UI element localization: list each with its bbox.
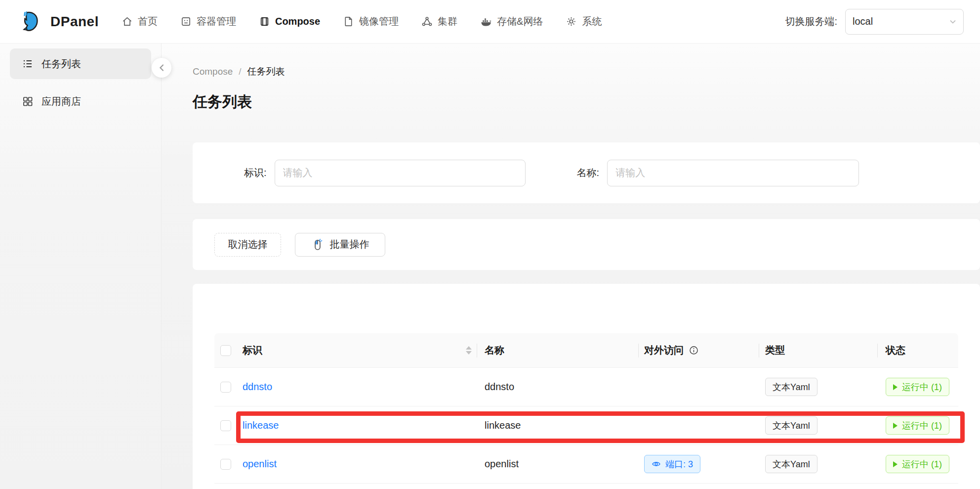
status-label: 运行中 (1) [902,383,942,392]
task-name: linkease [485,420,521,431]
column-header-label: 对外访问 [644,344,684,357]
docker-whale-icon [480,16,492,28]
nav-item-label: 集群 [438,15,457,28]
nav-item-label: Compose [275,16,320,27]
nav-item-home[interactable]: 首页 [122,15,158,28]
chevron-down-icon [949,19,956,24]
info-circle-icon[interactable] [689,345,699,356]
sidebar-item-app-store[interactable]: 应用商店 [10,86,151,117]
breadcrumb: Compose / 任务列表 [193,65,285,78]
type-tag: 文本Yaml [765,378,817,396]
table-row-openlist: openlist openlist 端口: 3 文本Yaml 运行中 (1) [214,445,958,484]
batch-operations-button[interactable]: 批量操作 [295,233,385,257]
main-nav: 首页 容器管理 Compose 镜像管理 集群 [122,15,602,28]
compose-icon [259,16,270,27]
ports-label: 端口: 3 [665,460,693,469]
status-tag: 运行中 (1) [886,378,949,396]
column-header-label: 标识 [243,344,262,357]
mouse-icon [311,238,324,251]
brand-logo[interactable]: DPanel [20,9,99,34]
row-checkbox[interactable] [220,382,231,393]
server-switch-label: 切换服务端: [785,15,837,28]
main-content: Compose / 任务列表 任务列表 标识: 名称: 取消选择 批量操作 标识 [162,44,980,489]
nav-item-label: 镜像管理 [359,15,399,28]
top-navbar: DPanel 首页 容器管理 Compose 镜像管理 [0,0,980,44]
play-icon [893,384,898,390]
nav-item-storage-network[interactable]: 存储&网络 [480,15,543,28]
task-name: ddnsto [485,381,514,392]
nav-item-cluster[interactable]: 集群 [421,15,457,28]
column-header-name: 名称 [477,333,638,367]
filter-name-input[interactable] [607,160,859,186]
dpanel-whale-logo-icon [20,9,44,34]
nav-item-containers[interactable]: 容器管理 [180,15,236,28]
type-tag: 文本Yaml [765,416,817,435]
image-file-icon [343,16,354,27]
app-store-icon [22,95,34,107]
server-select[interactable]: local [845,9,964,35]
server-select-value: local [853,16,873,27]
table-header-row: 标识 名称 对外访问 类型 状态 [214,333,958,368]
nav-item-system[interactable]: 系统 [566,15,602,28]
status-tag: 运行中 (1) [886,455,949,473]
column-header-id[interactable]: 标识 [237,333,477,367]
sidebar-collapse-button[interactable] [152,58,171,78]
breadcrumb-separator: / [239,66,241,77]
column-header-access: 对外访问 [638,333,759,367]
task-name: openlist [485,458,519,469]
eye-icon [652,459,661,469]
row-checkbox[interactable] [220,420,231,431]
page-title: 任务列表 [193,92,252,112]
breadcrumb-compose[interactable]: Compose [193,66,233,77]
brand-name: DPanel [50,14,99,30]
column-header-type: 类型 [759,333,877,367]
nav-item-label: 容器管理 [197,15,236,28]
type-tag: 文本Yaml [765,455,817,473]
sidebar-item-label: 应用商店 [41,95,81,108]
toolbar-card: 取消选择 批量操作 [193,219,980,270]
select-all-checkbox[interactable] [220,345,231,356]
navbar-right: 切换服务端: local [785,9,964,35]
table-row-linkease: linkease linkease 文本Yaml 运行中 (1) [214,406,958,445]
status-tag: 运行中 (1) [886,416,949,435]
nav-item-label: 首页 [138,15,158,28]
status-label: 运行中 (1) [902,460,942,469]
nav-item-label: 存储&网络 [497,15,543,28]
nav-item-compose[interactable]: Compose [259,16,320,27]
chevron-left-icon [159,64,164,72]
sort-carets-icon [466,346,472,355]
task-list-icon [22,58,34,70]
ports-tag[interactable]: 端口: 3 [644,455,700,473]
play-icon [893,423,898,429]
gear-icon [566,16,577,27]
column-header-label: 类型 [765,344,785,357]
column-header-status: 状态 [877,333,958,367]
table-row-ddnsto: ddnsto ddnsto 文本Yaml 运行中 (1) [214,368,958,406]
filter-id-input[interactable] [275,160,526,186]
container-icon [180,16,192,27]
row-checkbox[interactable] [220,459,231,470]
task-id-link[interactable]: linkease [243,420,279,431]
sidebar-item-task-list[interactable]: 任务列表 [10,48,151,79]
breadcrumb-current: 任务列表 [247,65,285,78]
filter-name-label: 名称: [577,166,600,179]
play-icon [893,461,898,467]
status-label: 运行中 (1) [902,421,942,430]
batch-operations-label: 批量操作 [330,238,369,251]
nav-item-images[interactable]: 镜像管理 [343,15,399,28]
nav-item-label: 系统 [582,15,602,28]
home-icon [122,16,133,27]
filter-id-label: 标识: [244,166,267,179]
column-header-label: 状态 [886,344,905,357]
column-header-label: 名称 [485,344,504,357]
cancel-select-button[interactable]: 取消选择 [214,233,281,257]
cluster-icon [421,16,433,27]
task-id-link[interactable]: ddnsto [243,381,272,393]
task-id-link[interactable]: openlist [243,458,277,470]
sidebar: 任务列表 应用商店 [0,44,162,489]
header-checkbox-cell [214,333,237,367]
sidebar-item-label: 任务列表 [41,57,81,71]
filter-card: 标识: 名称: [193,142,980,203]
task-table-card: 标识 名称 对外访问 类型 状态 [193,284,980,489]
